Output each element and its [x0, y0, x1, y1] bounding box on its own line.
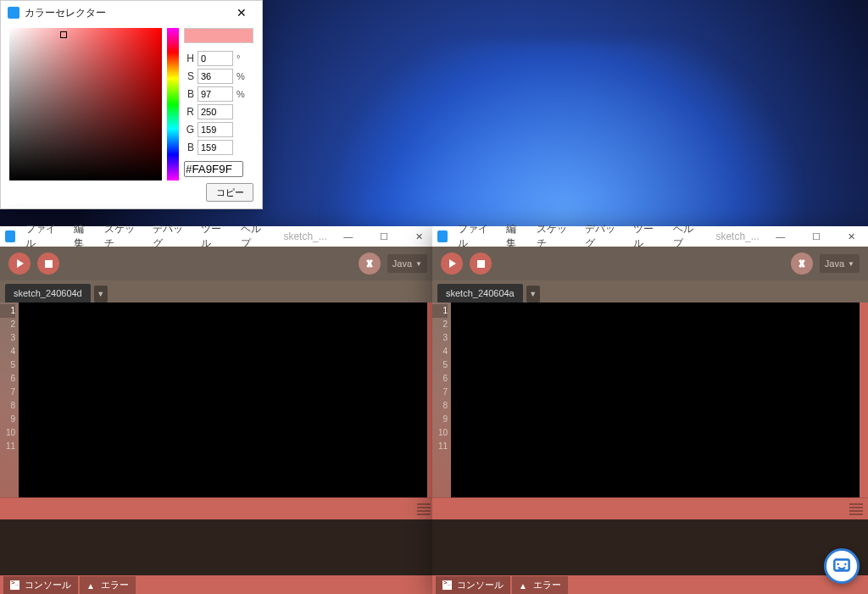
mode-dropdown[interactable]: Java	[387, 254, 427, 273]
console-tab[interactable]: コンソール	[3, 576, 78, 594]
run-button[interactable]	[441, 253, 463, 275]
console-icon	[10, 580, 19, 590]
console-icon	[442, 580, 452, 590]
s-unit: %	[236, 71, 247, 81]
h-unit: °	[236, 53, 247, 64]
debug-button[interactable]	[359, 253, 381, 275]
hex-input[interactable]	[184, 161, 243, 177]
tab-menu-dropdown[interactable]: ▼	[94, 286, 108, 303]
run-button[interactable]	[8, 253, 31, 275]
code-area[interactable]	[19, 303, 427, 497]
color-swatch	[184, 28, 253, 43]
hue-slider[interactable]	[167, 28, 179, 180]
window-filename: sketch_...	[276, 230, 326, 242]
maximize-icon[interactable]: ☐	[802, 227, 831, 246]
console-tab[interactable]: コンソール	[436, 576, 510, 594]
debug-button[interactable]	[791, 253, 813, 275]
window-title: カラーセレクター	[25, 6, 225, 20]
console-tab-label: コンソール	[457, 579, 504, 591]
status-bar: コンソール エラー	[432, 575, 868, 594]
ide-window-left: ファイル 編集 スケッチ デバッグ ツール ヘルプ sketch_... — ☐…	[0, 226, 436, 594]
g-input[interactable]	[198, 122, 233, 137]
b-input[interactable]	[198, 86, 233, 102]
g-label: G	[184, 124, 194, 136]
close-icon[interactable]: ✕	[405, 227, 434, 246]
ide-toolbar: Java	[0, 247, 436, 280]
processing-icon	[5, 230, 15, 242]
tab-bar: sketch_240604a ▼	[432, 280, 868, 303]
color-selector-titlebar[interactable]: カラーセレクター ✕	[1, 1, 262, 25]
warning-icon	[519, 580, 528, 590]
minimize-icon[interactable]: —	[334, 227, 363, 246]
tab-menu-dropdown[interactable]: ▼	[526, 286, 540, 303]
s-label: S	[184, 70, 194, 82]
copy-button[interactable]: コピー	[206, 183, 253, 202]
errors-tab[interactable]: エラー	[512, 576, 568, 594]
color-selector-window: カラーセレクター ✕ H° S% B% R G B コピー	[0, 0, 263, 209]
window-filename: sketch_...	[709, 230, 759, 242]
mode-dropdown[interactable]: Java	[820, 254, 860, 273]
s-input[interactable]	[198, 69, 233, 84]
code-editor[interactable]: 1 23 45 67 89 1011	[0, 303, 436, 497]
bl-label: B	[184, 142, 194, 153]
sketch-tab[interactable]: sketch_240604d	[5, 284, 91, 303]
minimize-icon[interactable]: —	[766, 227, 795, 246]
maximize-icon[interactable]: ☐	[370, 227, 398, 246]
editor-footer	[0, 497, 436, 519]
r-input[interactable]	[198, 104, 233, 119]
code-area[interactable]	[451, 303, 860, 497]
assistant-badge-icon[interactable]	[824, 548, 860, 584]
stop-button[interactable]	[37, 253, 59, 275]
errors-tab-label: エラー	[533, 579, 561, 591]
processing-icon	[437, 230, 448, 242]
errors-tab-label: エラー	[101, 579, 129, 591]
line-gutter: 1 23 45 67 89 1011	[0, 303, 19, 497]
status-bar: コンソール エラー	[0, 575, 436, 594]
ide-titlebar[interactable]: ファイル 編集 スケッチ デバッグ ツール ヘルプ sketch_... — ☐…	[432, 226, 868, 247]
b-unit: %	[236, 89, 247, 99]
warning-icon	[86, 580, 96, 590]
line-gutter: 1 23 45 67 89 1011	[432, 303, 451, 497]
ide-toolbar: Java	[432, 247, 868, 280]
console-tab-label: コンソール	[25, 579, 71, 591]
ide-window-right: ファイル 編集 スケッチ デバッグ ツール ヘルプ sketch_... — ☐…	[432, 226, 868, 594]
color-field-cursor[interactable]	[60, 31, 67, 38]
h-input[interactable]	[198, 51, 233, 66]
tab-bar: sketch_240604d ▼	[0, 280, 436, 303]
color-field[interactable]	[9, 28, 162, 180]
bl-input[interactable]	[198, 140, 233, 155]
stop-button[interactable]	[470, 253, 492, 275]
console-panel[interactable]	[432, 519, 868, 575]
ide-titlebar[interactable]: ファイル 編集 スケッチ デバッグ ツール ヘルプ sketch_... — ☐…	[0, 226, 436, 247]
app-icon	[8, 7, 19, 19]
errors-tab[interactable]: エラー	[80, 576, 136, 594]
editor-footer	[432, 497, 868, 519]
r-label: R	[184, 106, 194, 118]
close-icon[interactable]: ✕	[225, 3, 259, 23]
b-label: B	[184, 88, 194, 100]
close-icon[interactable]: ✕	[837, 227, 866, 246]
h-label: H	[184, 53, 194, 64]
console-panel[interactable]	[0, 519, 436, 575]
sketch-tab[interactable]: sketch_240604a	[437, 284, 523, 303]
code-editor[interactable]: 1 23 45 67 89 1011	[432, 303, 868, 497]
